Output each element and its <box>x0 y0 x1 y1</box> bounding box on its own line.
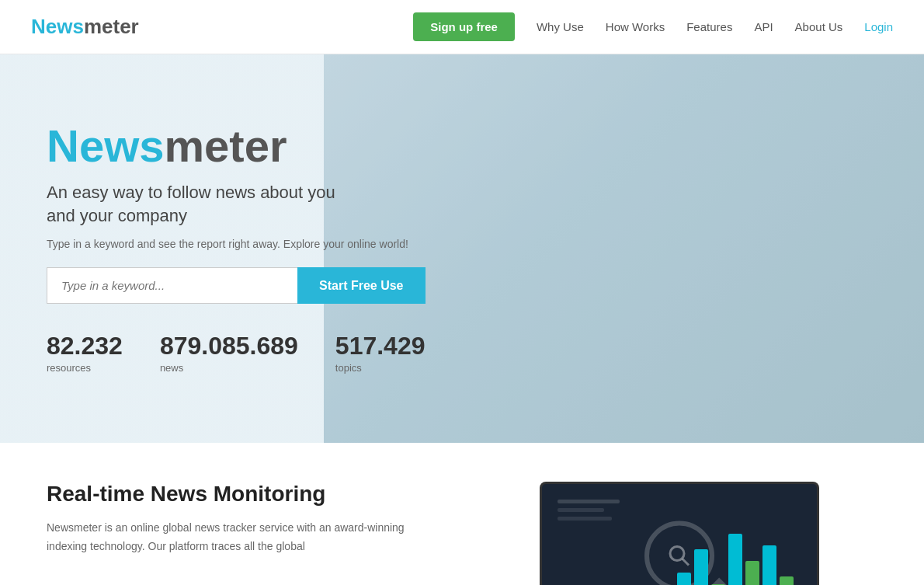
nav-why-use[interactable]: Why Use <box>537 20 584 33</box>
signup-button[interactable]: Sign up free <box>413 12 515 41</box>
stat-news-number: 879.085.689 <box>160 332 298 360</box>
hero-subtext: Type in a keyword and see the report rig… <box>47 238 426 250</box>
navbar: Newsmeter Sign up free Why Use How Works… <box>0 0 924 54</box>
chart-bar-3 <box>728 534 742 585</box>
monitor-illustration: Revain <box>540 482 819 585</box>
stat-news-label: news <box>160 362 298 374</box>
nav-api[interactable]: API <box>754 20 773 33</box>
hero-logo-news: News <box>47 120 165 171</box>
section-text: Real-time News Monitoring Newsmeter is a… <box>47 482 435 556</box>
search-input[interactable] <box>47 267 297 304</box>
chart-bars <box>677 534 794 585</box>
nav-how-works[interactable]: How Works <box>606 20 665 33</box>
chart-bar-5 <box>762 545 776 585</box>
stat-resources-label: resources <box>47 362 123 374</box>
stat-topics-label: topics <box>335 362 426 374</box>
monitor-screen: Revain <box>540 482 819 585</box>
chart-bar-4 <box>745 561 759 585</box>
hero-logo: Newsmeter <box>47 124 426 169</box>
nav-links: Why Use How Works Features API About Us … <box>537 20 893 34</box>
hero-section: Newsmeter An easy way to follow news abo… <box>0 54 924 443</box>
nav-login[interactable]: Login <box>864 20 893 33</box>
logo[interactable]: Newsmeter <box>31 15 139 39</box>
logo-news: News <box>31 15 84 38</box>
chart-bar-0 <box>677 573 691 585</box>
section-description: Newsmeter is an online global news track… <box>47 519 435 556</box>
search-button[interactable]: Start Free Use <box>297 267 426 304</box>
hero-content: Newsmeter An easy way to follow news abo… <box>0 124 426 374</box>
hero-search-row: Start Free Use <box>47 267 426 304</box>
stat-resources: 82.232 resources <box>47 332 123 374</box>
section-visual: Revain <box>481 482 877 585</box>
stat-topics-number: 517.429 <box>335 332 426 360</box>
content-lines <box>558 500 620 525</box>
chart-bar-1 <box>694 549 708 585</box>
nav-about-us[interactable]: About Us <box>795 20 843 33</box>
logo-meter: meter <box>84 15 139 38</box>
stat-topics: 517.429 topics <box>335 332 426 374</box>
realtime-section: Real-time News Monitoring Newsmeter is a… <box>0 443 924 585</box>
section-title: Real-time News Monitoring <box>47 482 435 507</box>
chart-bar-6 <box>780 576 794 585</box>
hero-tagline: An easy way to follow news about youand … <box>47 181 426 227</box>
hero-logo-meter: meter <box>165 120 287 171</box>
hero-stats: 82.232 resources 879.085.689 news 517.42… <box>47 332 426 374</box>
stat-news: 879.085.689 news <box>160 332 298 374</box>
nav-features[interactable]: Features <box>686 20 732 33</box>
stat-resources-number: 82.232 <box>47 332 123 360</box>
